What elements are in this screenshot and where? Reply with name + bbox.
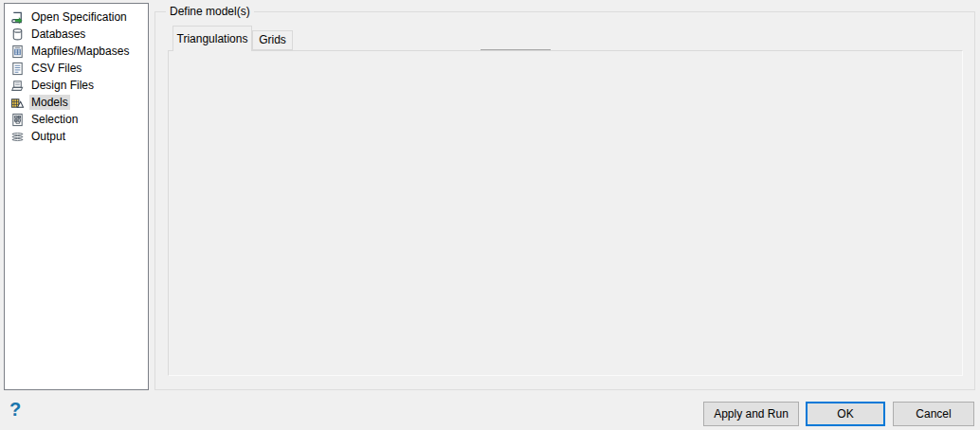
define-models-dialog: Open Specification Databases Mapfiles/Ma… (0, 0, 980, 430)
sidebar-item-open-specification[interactable]: Open Specification (5, 9, 148, 26)
ok-button[interactable]: OK (806, 402, 885, 426)
sidebar-item-label: Open Specification (29, 9, 129, 25)
sidebar-item-models[interactable]: Models (5, 94, 148, 111)
sidebar-item-label: Models (29, 95, 70, 110)
sidebar-item-csv-files[interactable]: CSV Files (5, 60, 148, 77)
selection-icon (10, 113, 25, 127)
groupbox-title: Define model(s) (166, 5, 254, 18)
database-icon (10, 27, 25, 42)
sidebar-item-label: Output (29, 129, 67, 144)
tab-triangulations[interactable]: Triangulations (172, 26, 252, 51)
open-specification-icon (10, 10, 25, 25)
mapfile-icon (10, 45, 25, 59)
sidebar-item-label: Mapfiles/Mapbases (29, 44, 131, 59)
apply-and-run-button[interactable]: Apply and Run (703, 402, 799, 426)
output-icon (10, 130, 25, 144)
csv-file-icon (10, 62, 25, 76)
sidebar-item-output[interactable]: Output (5, 128, 148, 145)
design-files-icon (10, 79, 25, 93)
sidebar-category-list: Open Specification Databases Mapfiles/Ma… (4, 3, 149, 390)
sidebar-item-design-files[interactable]: Design Files (5, 77, 148, 94)
sidebar-item-mapfiles[interactable]: Mapfiles/Mapbases (5, 43, 148, 60)
help-icon[interactable]: ? (9, 399, 21, 421)
tab-grids[interactable]: Grids (252, 30, 293, 50)
models-icon (10, 96, 25, 110)
tab-page (168, 50, 963, 376)
sidebar-item-label: Design Files (29, 78, 96, 93)
sidebar-item-databases[interactable]: Databases (5, 26, 148, 43)
sidebar-item-label: Selection (29, 112, 80, 127)
sidebar-item-label: Databases (29, 27, 87, 42)
sidebar-item-selection[interactable]: Selection (5, 111, 148, 128)
cancel-button[interactable]: Cancel (893, 402, 974, 426)
sidebar-item-label: CSV Files (29, 61, 83, 76)
